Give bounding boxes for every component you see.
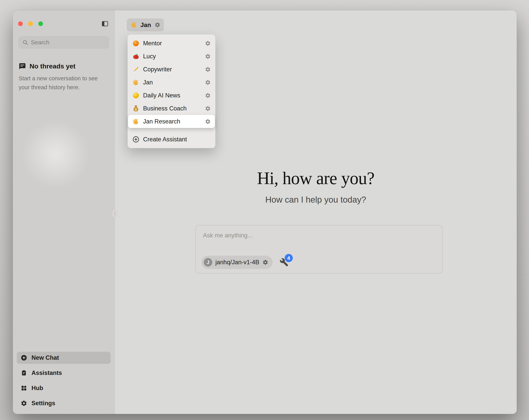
sidebar-item-settings[interactable]: Settings	[17, 397, 111, 409]
traffic-lights	[18, 21, 43, 26]
gear-icon[interactable]	[205, 106, 211, 111]
money-bag-icon	[132, 105, 140, 112]
assistants-label: Assistants	[31, 369, 62, 377]
tools-button[interactable]: 4	[279, 258, 289, 267]
pencil-icon	[132, 66, 140, 73]
gear-icon[interactable]	[205, 93, 211, 98]
waving-hand-icon	[130, 21, 138, 28]
waving-hand-icon	[132, 118, 140, 125]
menu-item-label: Jan Research	[143, 118, 180, 125]
chat-bubble-icon	[19, 63, 26, 70]
greeting-subtitle: How can I help you today?	[115, 195, 517, 204]
message-input[interactable]	[196, 225, 442, 239]
apple-icon	[132, 53, 140, 60]
gear-icon[interactable]	[205, 67, 211, 72]
close-window-button[interactable]	[18, 21, 23, 26]
greeting: Hi, how are you? How can I help you toda…	[115, 168, 517, 204]
sidebar-item-hub[interactable]: Hub	[17, 382, 111, 394]
sidebar-resize-handle[interactable]	[112, 210, 117, 217]
empty-state-body: Start a new conversation to see your thr…	[19, 74, 108, 92]
gear-icon[interactable]	[205, 54, 211, 59]
menu-item-label: Daily AI News	[143, 92, 180, 99]
menu-item-label: Mentor	[143, 40, 162, 47]
main-area: Jan Mentor Lucy Copywriter Jan	[115, 10, 517, 414]
orange-circle-icon	[132, 40, 140, 47]
menu-item-lucy[interactable]: Lucy	[130, 50, 213, 63]
settings-label: Settings	[31, 400, 55, 407]
menu-item-copywriter[interactable]: Copywriter	[130, 63, 213, 76]
yellow-circle-icon	[132, 92, 140, 99]
model-selector-button[interactable]: J janhq/Jan-v1-4B	[201, 256, 273, 269]
menu-item-label: Copywriter	[143, 66, 172, 73]
menu-item-jan-research[interactable]: Jan Research	[128, 115, 215, 128]
gear-icon[interactable]	[205, 119, 211, 124]
search-field[interactable]	[19, 36, 109, 48]
sidebar: No threads yet Start a new conversation …	[13, 10, 115, 414]
menu-item-label: Jan	[143, 79, 153, 86]
search-input[interactable]	[31, 39, 105, 46]
new-chat-label: New Chat	[31, 354, 59, 361]
new-chat-button[interactable]: New Chat	[17, 352, 111, 364]
minimize-window-button[interactable]	[28, 21, 33, 26]
waving-hand-icon	[132, 79, 140, 86]
gear-icon	[21, 400, 27, 406]
threads-empty-state: No threads yet Start a new conversation …	[19, 62, 108, 92]
hub-label: Hub	[31, 385, 43, 392]
gear-icon[interactable]	[205, 80, 211, 85]
menu-item-mentor[interactable]: Mentor	[130, 37, 213, 50]
search-icon	[22, 40, 28, 45]
model-avatar: J	[204, 258, 212, 267]
menu-item-business-coach[interactable]: Business Coach	[130, 102, 213, 115]
sidebar-item-assistants[interactable]: Assistants	[17, 367, 111, 379]
zoom-window-button[interactable]	[38, 21, 43, 26]
sidebar-toggle-icon[interactable]	[101, 20, 109, 27]
model-settings-gear-icon[interactable]	[263, 259, 268, 265]
assistant-settings-gear-icon[interactable]	[155, 22, 160, 28]
hub-grid-icon	[21, 385, 27, 392]
menu-divider	[131, 130, 212, 131]
chat-composer: J janhq/Jan-v1-4B 4	[195, 225, 443, 274]
current-assistant-name: Jan	[140, 21, 151, 28]
menu-item-jan[interactable]: Jan	[130, 76, 213, 89]
sidebar-nav: New Chat Assistants Hub Settings	[17, 352, 111, 409]
plus-circle-icon	[21, 354, 27, 361]
create-assistant-button[interactable]: Create Assistant	[130, 133, 213, 146]
tools-count-badge: 4	[285, 254, 293, 262]
assistant-dropdown-menu: Mentor Lucy Copywriter Jan Daily AI News	[128, 34, 215, 148]
assistants-icon	[21, 370, 27, 376]
greeting-title: Hi, how are you?	[115, 168, 517, 188]
plus-circle-icon	[132, 136, 140, 143]
composer-toolbar: J janhq/Jan-v1-4B 4	[201, 256, 289, 269]
gear-icon[interactable]	[205, 41, 211, 46]
menu-item-daily-ai-news[interactable]: Daily AI News	[130, 89, 213, 102]
empty-state-title: No threads yet	[29, 62, 75, 70]
menu-item-label: Business Coach	[143, 105, 187, 112]
model-name: janhq/Jan-v1-4B	[215, 259, 259, 266]
menu-item-label: Lucy	[143, 53, 156, 60]
create-assistant-label: Create Assistant	[143, 136, 187, 143]
assistant-selector-button[interactable]: Jan	[127, 18, 164, 31]
app-window: No threads yet Start a new conversation …	[13, 10, 517, 414]
